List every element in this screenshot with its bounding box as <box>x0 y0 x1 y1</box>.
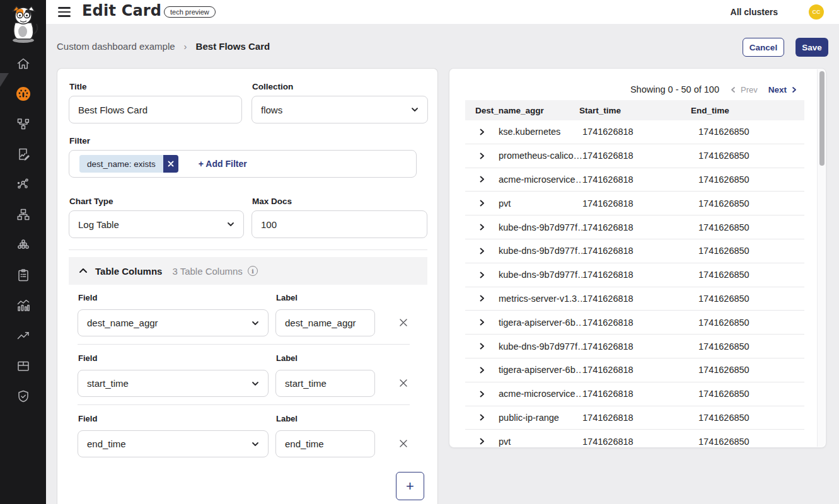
filter-chip-remove-icon[interactable] <box>163 155 178 173</box>
trending-icon <box>16 328 31 343</box>
cell-dest-name: kse.kubernetes <box>499 127 560 137</box>
sidebar-item-dashboards[interactable] <box>0 79 46 109</box>
sidebar-item-reports[interactable] <box>0 139 46 169</box>
scrollbar-thumb[interactable] <box>819 71 825 166</box>
chart-type-select[interactable]: Log Table <box>69 210 244 238</box>
sidebar-item-clusters[interactable] <box>0 230 46 260</box>
avatar[interactable]: CC <box>809 4 824 20</box>
info-icon[interactable]: i <box>248 266 258 276</box>
cell-end-time: 1741626850 <box>694 222 794 232</box>
field-select-1[interactable]: start_time <box>78 370 269 397</box>
chevron-left-icon <box>730 86 737 93</box>
add-filter-button[interactable]: + Add Filter <box>199 159 247 169</box>
sidebar-item-home[interactable] <box>0 49 46 79</box>
row-expand-icon[interactable] <box>478 367 485 374</box>
table-row[interactable]: kse.kubernetes17416268181741626850 <box>465 120 804 144</box>
filter-chip[interactable]: dest_name: exists <box>79 155 178 173</box>
divider <box>78 404 410 405</box>
breadcrumb-parent[interactable]: Custom dashboard example <box>57 41 175 52</box>
title-label: Title <box>69 82 87 91</box>
cell-dest-name: pvt <box>499 198 511 209</box>
row-expand-icon[interactable] <box>478 176 485 183</box>
table-row[interactable]: tigera-apiserver-6b…17416268181741626850 <box>465 358 804 382</box>
sidebar-item-network-sets[interactable] <box>0 200 46 230</box>
filter-box[interactable]: dest_name: exists + Add Filter <box>69 150 417 178</box>
row-expand-icon[interactable] <box>478 438 485 445</box>
prev-page-button[interactable]: Prev <box>730 85 758 94</box>
row-expand-icon[interactable] <box>478 224 485 231</box>
chevron-down-icon <box>252 380 259 387</box>
cell-dest-name: kube-dns-9b7d977f… <box>499 222 582 232</box>
table-row[interactable]: kube-dns-9b7d977f…17416268181741626850 <box>465 239 804 263</box>
row-expand-icon[interactable] <box>478 414 485 421</box>
row-expand-icon[interactable] <box>478 319 485 326</box>
row-expand-icon[interactable] <box>478 152 485 159</box>
save-button[interactable]: Save <box>796 38 828 57</box>
cell-dest-name: acme-microservice… <box>499 175 582 185</box>
table-row[interactable]: public-ip-range17416268181741626850 <box>465 406 804 430</box>
chart-type-value: Log Table <box>78 219 119 230</box>
title-input[interactable] <box>69 96 242 123</box>
row-expand-icon[interactable] <box>478 295 485 302</box>
divider <box>78 344 410 345</box>
table-row[interactable]: kube-dns-9b7d977f…17416268181741626850 <box>465 335 804 358</box>
remove-column-button-0[interactable] <box>398 317 409 328</box>
table-row[interactable]: pvt17416268181741626850 <box>465 192 804 215</box>
table-row[interactable]: kube-dns-9b7d977f…17416268181741626850 <box>465 215 804 239</box>
cell-end-time: 1741626850 <box>694 198 794 209</box>
table-row[interactable]: metrics-server-v1.3…17416268181741626850 <box>465 287 804 311</box>
calico-cat-logo[interactable] <box>6 5 40 44</box>
row-expand-icon[interactable] <box>478 343 485 350</box>
table-row[interactable]: acme-microservice…17416268181741626850 <box>465 382 804 406</box>
sidebar-item-topology[interactable] <box>0 109 46 139</box>
row-expand-icon[interactable] <box>478 248 485 255</box>
table-row[interactable]: acme-microservice…17416268181741626850 <box>465 168 804 192</box>
table-row[interactable]: kube-dns-9b7d977f…17416268181741626850 <box>465 263 804 287</box>
table-columns-section-header[interactable]: Table Columns 3 Table Columns i <box>69 257 427 285</box>
preview-table-body: kse.kubernetes17416268181741626850promet… <box>465 120 804 448</box>
cell-end-time: 1741626850 <box>694 151 794 161</box>
table-row[interactable]: prometheus-calico…17416268181741626850 <box>465 144 804 168</box>
archive-box-icon <box>16 358 31 374</box>
row-expand-icon[interactable] <box>478 391 485 398</box>
row-expand-icon[interactable] <box>478 272 485 278</box>
field-select-2[interactable]: end_time <box>78 430 269 457</box>
column-header: End_time <box>691 106 794 115</box>
cell-end-time: 1741626850 <box>694 437 794 447</box>
sidebar-item-inventory[interactable] <box>0 351 46 381</box>
table-row[interactable]: tigera-apiserver-6b…17416268181741626850 <box>465 311 804 335</box>
sidebar-item-logs[interactable] <box>0 290 46 321</box>
sidebar-item-security[interactable] <box>0 381 46 411</box>
cluster-selector[interactable]: All clusters <box>731 7 778 17</box>
hamburger-menu-icon[interactable] <box>58 5 72 19</box>
label-input-0[interactable] <box>275 309 375 336</box>
next-page-button[interactable]: Next <box>768 85 797 94</box>
cell-dest-name: kube-dns-9b7d977f… <box>499 246 582 256</box>
remove-column-button-1[interactable] <box>398 377 409 389</box>
max-docs-input[interactable] <box>252 210 427 238</box>
add-column-button[interactable]: + <box>396 472 424 500</box>
cell-end-time: 1741626850 <box>694 389 794 399</box>
field-select-0[interactable]: dest_name_aggr <box>78 309 269 336</box>
row-expand-icon[interactable] <box>478 129 485 135</box>
chart-type-label: Chart Type <box>69 197 113 206</box>
sidebar-item-service-graph[interactable] <box>0 169 46 200</box>
collection-select[interactable]: flows <box>252 96 428 123</box>
breadcrumb-current: Best Flows Card <box>196 41 270 52</box>
table-columns-title: Table Columns <box>95 266 162 277</box>
cancel-button[interactable]: Cancel <box>743 38 784 57</box>
cell-end-time: 1741626850 <box>694 294 794 304</box>
dashboard-gauge-icon <box>16 86 31 101</box>
cell-dest-name: public-ip-range <box>499 413 559 423</box>
row-expand-icon[interactable] <box>478 200 485 207</box>
chevron-down-icon <box>227 220 234 228</box>
breadcrumb-separator: › <box>184 41 187 52</box>
divider <box>69 249 427 250</box>
table-row[interactable]: pvt17416268181741626850 <box>465 430 804 448</box>
label-input-1[interactable] <box>275 370 375 397</box>
remove-column-button-2[interactable] <box>398 438 409 449</box>
sidebar-item-policies[interactable] <box>0 260 46 290</box>
sidebar-item-threat-feeds[interactable] <box>0 321 46 351</box>
cell-dest-name: pvt <box>499 437 511 447</box>
label-input-2[interactable] <box>275 430 375 457</box>
